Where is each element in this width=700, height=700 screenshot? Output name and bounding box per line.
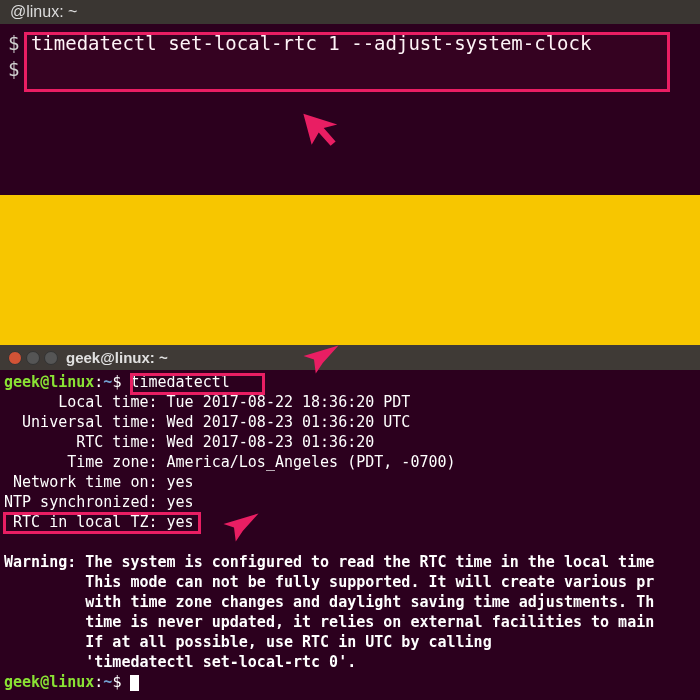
command-highlight-box (130, 373, 265, 395)
local-time-value: Tue 2017-08-22 18:36:20 PDT (167, 393, 411, 411)
top-window-title: @linux: ~ (10, 3, 77, 20)
arrow-icon (300, 345, 342, 377)
maximize-icon[interactable] (44, 351, 58, 365)
local-time-label: Local time: (58, 393, 157, 411)
bottom-window-titlebar: geek@linux: ~ (0, 345, 700, 370)
warning-line3: with time zone changes and daylight savi… (85, 593, 654, 611)
bottom-window-title: geek@linux: ~ (66, 349, 168, 366)
rtc-time-value: Wed 2017-08-23 01:36:20 (167, 433, 375, 451)
prompt-symbol: $ (8, 58, 19, 80)
universal-time-value: Wed 2017-08-23 01:36:20 UTC (167, 413, 411, 431)
warning-line1: The system is configured to read the RTC… (85, 553, 654, 571)
divider-gap (0, 195, 700, 345)
top-terminal-window: @linux: ~ $ timedatectl set-local-rtc 1 … (0, 0, 700, 195)
prompt-user: geek (4, 373, 40, 391)
window-controls (8, 351, 58, 365)
timezone-label: Time zone: (67, 453, 157, 471)
arrow-cursor-icon (300, 105, 348, 153)
network-time-label: Network time on: (13, 473, 158, 491)
warning-prefix: Warning: (4, 553, 76, 571)
prompt-host: linux (49, 673, 94, 691)
command-highlight-box (24, 32, 670, 92)
rtc-time-label: RTC time: (76, 433, 157, 451)
minimize-icon[interactable] (26, 351, 40, 365)
prompt-host: linux (49, 373, 94, 391)
ntp-label: NTP synchronized: (4, 493, 158, 511)
rtc-highlight-box (3, 512, 201, 534)
warning-line6: 'timedatectl set-local-rtc 0'. (85, 653, 356, 671)
network-time-value: yes (167, 473, 194, 491)
warning-line2: This mode can not be fully supported. It… (85, 573, 654, 591)
top-window-titlebar: @linux: ~ (0, 0, 700, 24)
warning-line5: If at all possible, use RTC in UTC by ca… (85, 633, 491, 651)
prompt-symbol: $ (8, 32, 19, 54)
cursor-icon (130, 675, 139, 691)
prompt-user: geek (4, 673, 40, 691)
arrow-icon (220, 503, 262, 545)
close-icon[interactable] (8, 351, 22, 365)
universal-time-label: Universal time: (22, 413, 157, 431)
timezone-value: America/Los_Angeles (PDT, -0700) (167, 453, 456, 471)
bottom-terminal-window: geek@linux: ~ geek@linux:~$ timedatectl … (0, 345, 700, 700)
warning-line4: time is never updated, it relies on exte… (85, 613, 654, 631)
ntp-value: yes (167, 493, 194, 511)
